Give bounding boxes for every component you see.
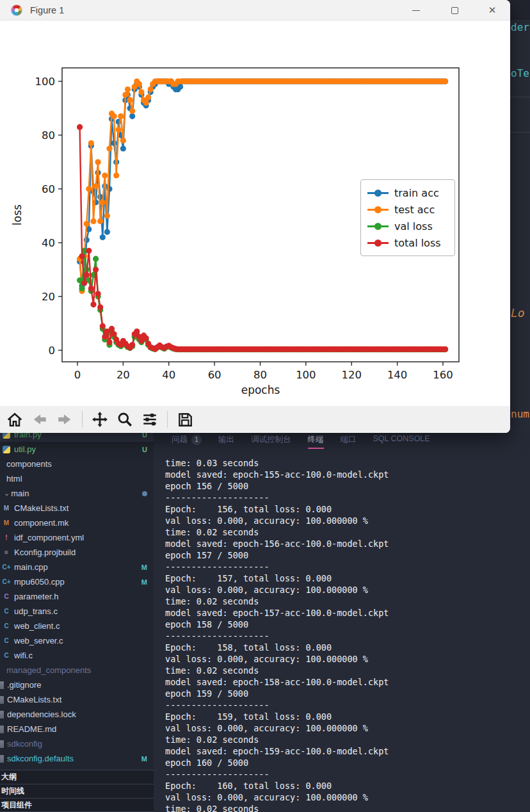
- terminal-line: epoch 159 / 5000: [165, 688, 530, 699]
- tree-item-util-py[interactable]: util.pyU: [0, 442, 154, 457]
- tree-item-managed-components[interactable]: managed_components: [0, 663, 154, 678]
- tree-item-readme-md[interactable]: README.md: [0, 722, 154, 736]
- home-button[interactable]: [5, 410, 24, 429]
- tree-item-idf-component-yml[interactable]: !idf_component.yml: [0, 530, 154, 545]
- tree-item-main-cpp[interactable]: C+main.cppM: [0, 560, 154, 574]
- terminal-line: model saved: epoch-156-acc-100.0-model.c…: [165, 538, 530, 549]
- terminal-line: time: 0.02 seconds: [165, 526, 530, 538]
- tree-item-parameter-h[interactable]: Cparameter.h: [0, 589, 154, 604]
- file-type-icon: M: [2, 504, 11, 513]
- panel-tab-调试控制台[interactable]: 调试控制台: [251, 433, 291, 448]
- back-button[interactable]: [30, 410, 49, 429]
- file-explorer-sidebar: train.pyUutil.pyUcomponentshtml⌄mainMCMa…: [0, 433, 154, 812]
- terminal-line: --------------------: [165, 699, 530, 711]
- panel-tab-bar: 问题1输出调试控制台终端端口SQL CONSOLE: [154, 433, 530, 450]
- screen: deroTeLonum train.pyUutil.pyUcomponentsh…: [0, 0, 530, 812]
- file-name: component.mk: [14, 518, 147, 528]
- file-name: mpu6050.cpp: [14, 577, 138, 587]
- toolbar-separator: [167, 411, 168, 428]
- pan-button[interactable]: [90, 410, 109, 429]
- panel-tab-端口[interactable]: 端口: [341, 433, 357, 448]
- legend-entry: test acc: [367, 201, 448, 218]
- terminal-line: epoch 157 / 5000: [165, 549, 530, 561]
- tree-item-main[interactable]: ⌄main: [0, 486, 154, 501]
- tree-item-cmakelists-txt[interactable]: MCMakeLists.txt: [0, 501, 154, 516]
- close-button[interactable]: ✕: [481, 0, 503, 20]
- file-name: sdkconfig.defaults: [7, 754, 138, 763]
- explorer-section-header[interactable]: 项目组件: [0, 798, 154, 812]
- legend-marker: [367, 239, 389, 247]
- file-type-icon: C: [2, 607, 11, 616]
- terminal-line: epoch 158 / 5000: [165, 619, 530, 630]
- x-tick-label: 120: [342, 369, 362, 381]
- matplotlib-logo-icon: [11, 4, 22, 16]
- tree-item-wifi-c[interactable]: Cwifi.c: [0, 648, 154, 663]
- clipped-file-icon: [0, 755, 4, 763]
- file-tree: train.pyUutil.pyUcomponentshtml⌄mainMCMa…: [0, 433, 154, 766]
- panel-tab-sql-console[interactable]: SQL CONSOLE: [373, 433, 430, 446]
- git-status-badge: M: [141, 755, 147, 763]
- tree-item-kconfig-projbuild[interactable]: ≡Kconfig.projbuild: [0, 545, 154, 560]
- terminal-line: --------------------: [165, 561, 530, 572]
- editor-divider: [510, 132, 530, 133]
- terminal-line: Epoch: 157, total loss: 0.000: [165, 572, 530, 584]
- terminal-line: model saved: epoch-159-acc-100.0-model.c…: [165, 745, 530, 757]
- minimize-button[interactable]: [405, 0, 427, 20]
- panel-tab-label: 输出: [218, 434, 234, 445]
- tree-item-sdkconfig[interactable]: sdkconfig: [0, 736, 154, 751]
- tree-item-sdkconfig-defaults[interactable]: sdkconfig.defaultsM: [0, 751, 154, 766]
- figure-window-title: Figure 1: [30, 5, 64, 15]
- terminal-output[interactable]: time: 0.03 secondsmodel saved: epoch-155…: [154, 450, 530, 812]
- tree-item-dependencies-lock[interactable]: dependencies.lock: [0, 707, 154, 722]
- forward-arrow-icon: [56, 411, 73, 428]
- zoom-button[interactable]: [115, 410, 134, 429]
- tree-item-cmakelists-txt[interactable]: CMakeLists.txt: [0, 692, 154, 707]
- terminal-line: val loss: 0.000, accuracy: 100.000000 %: [165, 515, 530, 526]
- legend-marker: [367, 222, 389, 230]
- tree-item-web-client-c[interactable]: Cweb_client.c: [0, 619, 154, 633]
- file-name: idf_component.yml: [14, 533, 147, 542]
- tree-item-html[interactable]: html: [0, 471, 154, 486]
- figure-canvas: 020406080100120140160020406080100epochsl…: [0, 20, 510, 406]
- y-tick-label: 40: [42, 237, 55, 249]
- tree-item-mpu6050-cpp[interactable]: C+mpu6050.cppM: [0, 574, 154, 589]
- file-name: udp_trans.c: [14, 606, 147, 616]
- terminal-line: Epoch: 159, total loss: 0.000: [165, 711, 530, 722]
- file-name: .gitignore: [7, 680, 147, 690]
- tree-item-components[interactable]: components: [0, 457, 154, 471]
- explorer-section-header[interactable]: 大纲: [0, 770, 154, 784]
- y-tick-label: 60: [42, 183, 55, 195]
- legend-marker: [367, 189, 389, 197]
- file-type-icon: C+: [2, 563, 11, 572]
- tree-item-udp-trans-c[interactable]: Cudp_trans.c: [0, 604, 154, 619]
- terminal-line: epoch 160 / 5000: [165, 757, 530, 768]
- explorer-section-header[interactable]: 时间线: [0, 784, 154, 798]
- terminal-line: model saved: epoch-158-acc-100.0-model.c…: [165, 676, 530, 688]
- panel-tab-输出[interactable]: 输出: [218, 433, 234, 448]
- legend-entry: train acc: [367, 184, 448, 201]
- save-button[interactable]: [175, 410, 195, 429]
- terminal-line: val loss: 0.000, accuracy: 100.000000 %: [165, 722, 530, 734]
- file-type-icon: M: [2, 519, 11, 528]
- tree-item-component-mk[interactable]: Mcomponent.mk: [0, 516, 154, 530]
- maximize-button[interactable]: [444, 0, 465, 20]
- tree-item-web-server-c[interactable]: Cweb_server.c: [0, 633, 154, 648]
- panel-tab-问题[interactable]: 问题1: [172, 433, 202, 448]
- panel-tab-label: SQL CONSOLE: [373, 434, 430, 443]
- legend-marker: [367, 206, 389, 213]
- file-name: wifi.c: [14, 651, 147, 660]
- y-tick-label: 20: [42, 291, 55, 303]
- file-name: web_client.c: [14, 621, 147, 631]
- tree-item--gitignore[interactable]: .gitignore: [0, 678, 154, 692]
- configure-subplots-button[interactable]: [140, 410, 159, 429]
- file-type-icon: C: [2, 651, 11, 660]
- legend-label: val loss: [394, 220, 433, 232]
- panel-tab-终端[interactable]: 终端: [308, 433, 324, 449]
- legend-label: total loss: [394, 237, 441, 249]
- sliders-icon: [141, 411, 158, 428]
- bottom-panel: 问题1输出调试控制台终端端口SQL CONSOLE time: 0.03 sec…: [154, 433, 530, 812]
- forward-button[interactable]: [55, 410, 74, 429]
- figure-titlebar[interactable]: Figure 1 ✕: [0, 0, 510, 20]
- file-name: parameter.h: [14, 592, 147, 601]
- tree-item-train-py[interactable]: train.pyU: [0, 433, 154, 442]
